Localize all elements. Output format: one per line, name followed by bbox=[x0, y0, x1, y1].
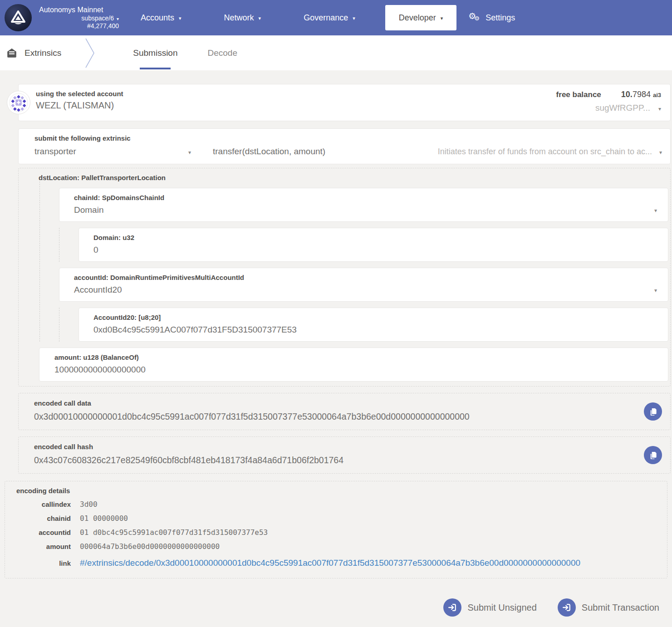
encoded-call-hash-section: encoded call hash 0x43c07c608326c217e825… bbox=[18, 436, 671, 474]
breadcrumb-tab-bar: Extrinsics Submission Decode bbox=[0, 35, 672, 70]
nav-governance[interactable]: Governance▾ bbox=[304, 13, 355, 23]
pallet-select[interactable]: transporter▾ bbox=[34, 147, 191, 157]
nav-developer[interactable]: Developer▾ bbox=[385, 5, 457, 30]
encoded-call-data-section: encoded call data 0x3d00010000000001d0bc… bbox=[18, 393, 671, 430]
account-selector-card[interactable]: using the selected account WEZL (TALISMA… bbox=[18, 84, 671, 121]
page-title: Extrinsics bbox=[25, 48, 61, 58]
param-chainid-label: chainId: SpDomainsChainId bbox=[74, 194, 668, 201]
detail-value: 01 d0bc4c95c5991ac007f077d31f5d315007377… bbox=[80, 528, 268, 537]
chevron-down-icon: ▾ bbox=[259, 15, 261, 21]
autonomys-logo-icon[interactable] bbox=[5, 4, 32, 31]
tab-submission[interactable]: Submission bbox=[129, 35, 181, 70]
extrinsic-section-label: submit the following extrinsic bbox=[34, 134, 670, 142]
block-number: #4,277,400 bbox=[38, 22, 119, 30]
params-container: dstLocation: PalletTransporterLocation c… bbox=[18, 168, 671, 387]
top-navigation-bar: Autonomys Mainnet subspace/6▾ #4,277,400… bbox=[0, 0, 672, 35]
detail-value: 3d00 bbox=[80, 500, 98, 509]
nav-network[interactable]: Network▾ bbox=[224, 13, 261, 23]
chain-spec-selector[interactable]: subspace/6▾ bbox=[38, 15, 119, 23]
copy-call-data-button[interactable] bbox=[644, 402, 662, 421]
param-accountid-label: accountId: DomainRuntimePrimitivesMultiA… bbox=[74, 274, 668, 281]
encoded-call-hash-label: encoded call hash bbox=[34, 443, 670, 451]
encoded-call-data-value: 0x3d00010000000001d0bc4c95c5991ac007f077… bbox=[34, 411, 620, 422]
param-accountid20-label: AccountId20: [u8;20] bbox=[93, 314, 668, 321]
detail-row-accountid: accountid 01 d0bc4c95c5991ac007f077d31f5… bbox=[5, 528, 667, 537]
encoded-call-hash-value: 0x43c07c608326c217e82549f60cbf8cbf481eb4… bbox=[34, 455, 620, 465]
settings-gears-icon: ⚙ ⚙ bbox=[468, 12, 482, 24]
param-amount[interactable]: amount: u128 (BalanceOf) 100000000000000… bbox=[39, 348, 668, 382]
chevron-down-icon: ▾ bbox=[654, 287, 657, 294]
sign-in-arrow-icon bbox=[558, 598, 576, 617]
submit-unsigned-label: Submit Unsigned bbox=[467, 603, 536, 613]
detail-key: accountid bbox=[5, 529, 71, 536]
chevron-down-icon: ▾ bbox=[659, 149, 662, 156]
param-accountid-value[interactable]: AccountId20 bbox=[74, 285, 668, 295]
submit-transaction-label: Submit Transaction bbox=[582, 603, 659, 613]
free-balance-label: free balance bbox=[556, 90, 601, 99]
detail-row-callindex: callindex 3d00 bbox=[5, 500, 667, 509]
encoded-call-data-label: encoded call data bbox=[34, 399, 670, 407]
param-domain[interactable]: Domain: u32 0 bbox=[78, 228, 668, 262]
copy-icon bbox=[649, 407, 657, 416]
chevron-down-icon: ▾ bbox=[117, 16, 119, 21]
chevron-down-icon: ▾ bbox=[658, 106, 661, 112]
param-accountid20-value[interactable]: 0xd0Bc4c95c5991AC007f077d31F5D315007377E… bbox=[93, 325, 668, 335]
encoding-details-section: encoding details callindex 3d00 chainid … bbox=[5, 481, 667, 578]
param-accountid20[interactable]: AccountId20: [u8;20] 0xd0Bc4c95c5991AC00… bbox=[78, 308, 668, 342]
chevron-down-icon: ▾ bbox=[179, 15, 181, 21]
balance-unit: ai3 bbox=[653, 92, 661, 98]
accountid-nested-group: AccountId20: [u8;20] 0xd0Bc4c95c5991AC00… bbox=[59, 308, 670, 342]
main-content: using the selected account WEZL (TALISMA… bbox=[0, 70, 672, 617]
param-amount-value[interactable]: 1000000000000000000 bbox=[54, 365, 668, 375]
nav-accounts[interactable]: Accounts▾ bbox=[141, 13, 181, 23]
sign-in-arrow-icon bbox=[443, 598, 461, 617]
submit-transaction-button[interactable]: Submit Transaction bbox=[558, 598, 659, 617]
dstlocation-nested-group: chainId: SpDomainsChainId Domain ▾ Domai… bbox=[39, 181, 670, 342]
detail-row-link: link #/extrinsics/decode/0x3d00010000000… bbox=[5, 558, 667, 568]
network-info: Autonomys Mainnet subspace/6▾ #4,277,400 bbox=[38, 5, 119, 30]
method-description-dropdown[interactable]: Initiates transfer of funds from account… bbox=[325, 147, 670, 157]
param-domain-value[interactable]: 0 bbox=[93, 245, 668, 255]
tab-bar: Submission Decode bbox=[129, 35, 241, 70]
detail-key: chainid bbox=[5, 514, 71, 522]
detail-key: callindex bbox=[5, 500, 71, 508]
encoding-details-label: encoding details bbox=[16, 487, 667, 495]
param-domain-label: Domain: u32 bbox=[93, 234, 668, 241]
param-accountid[interactable]: accountId: DomainRuntimePrimitivesMultiA… bbox=[59, 268, 668, 302]
balance-block: free balance 10.7984 ai3 sugWfRGPP...▾ bbox=[556, 90, 661, 113]
copy-icon bbox=[649, 451, 657, 460]
free-balance-value: 10. bbox=[621, 90, 633, 99]
account-identicon[interactable] bbox=[7, 91, 30, 114]
param-amount-label: amount: u128 (BalanceOf) bbox=[54, 353, 668, 361]
param-chainid[interactable]: chainId: SpDomainsChainId Domain ▾ bbox=[59, 188, 668, 222]
submit-unsigned-button[interactable]: Submit Unsigned bbox=[443, 598, 536, 617]
detail-key: amount bbox=[5, 543, 71, 550]
detail-row-chainid: chainid 01 00000000 bbox=[5, 514, 667, 523]
detail-value: 01 00000000 bbox=[80, 514, 128, 523]
network-name: Autonomys Mainnet bbox=[38, 5, 119, 15]
chevron-down-icon: ▾ bbox=[353, 15, 355, 21]
extrinsic-select-card: submit the following extrinsic transport… bbox=[18, 128, 671, 164]
breadcrumb-chevron-icon bbox=[84, 38, 96, 70]
method-select[interactable]: transfer(dstLocation, amount) bbox=[213, 147, 325, 157]
chevron-down-icon: ▾ bbox=[654, 207, 657, 214]
detail-key: link bbox=[5, 559, 71, 567]
extrinsics-inbox-icon bbox=[6, 48, 17, 59]
detail-value: 000064a7b3b6e00d0000000000000000 bbox=[80, 542, 220, 551]
chainid-nested-group: Domain: u32 0 bbox=[59, 228, 670, 262]
account-address-dropdown[interactable]: sugWfRGPP...▾ bbox=[556, 103, 661, 113]
nav-settings[interactable]: ⚙ ⚙ Settings bbox=[468, 12, 515, 24]
chevron-down-icon: ▾ bbox=[441, 15, 443, 21]
param-dstlocation-label: dstLocation: PalletTransporterLocation bbox=[39, 174, 670, 181]
autonomys-triangle-icon bbox=[9, 9, 27, 27]
copy-call-hash-button[interactable] bbox=[644, 446, 662, 464]
detail-row-amount: amount 000064a7b3b6e00d0000000000000000 bbox=[5, 542, 667, 551]
chevron-down-icon: ▾ bbox=[188, 149, 191, 156]
decode-link[interactable]: #/extrinsics/decode/0x3d00010000000001d0… bbox=[80, 558, 580, 568]
submit-actions: Submit Unsigned Submit Transaction bbox=[0, 598, 659, 617]
param-chainid-value[interactable]: Domain bbox=[74, 205, 668, 215]
tab-decode[interactable]: Decode bbox=[204, 35, 241, 70]
